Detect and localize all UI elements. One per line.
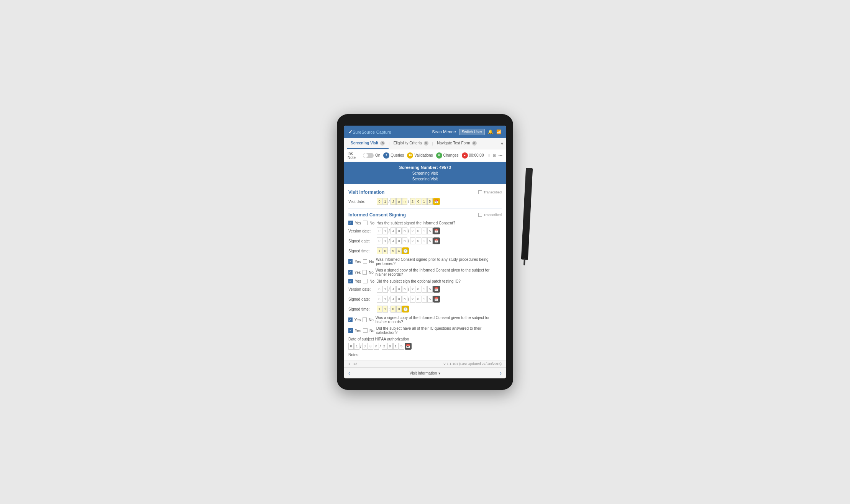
time-cell[interactable]: 5 [391,247,396,254]
date-cell[interactable]: u [396,296,402,303]
date-cell[interactable]: 2 [410,237,415,244]
date-cell[interactable]: 5 [427,286,433,293]
version-date2-input[interactable]: 0 1 / J u n / 2 0 1 5 📅 [377,286,440,293]
q2-no-checkbox[interactable] [363,259,367,264]
date-cell[interactable]: J [391,227,396,234]
date-cell[interactable]: u [396,227,402,234]
date-cell[interactable]: n [402,237,407,244]
hipaa-cell[interactable]: 5 [399,343,404,350]
nav-dropdown-icon[interactable]: ▾ [438,371,440,375]
signed-date2-input[interactable]: 0 1 / J u n / 2 0 1 5 📅 [377,296,440,303]
q6-yes-checkbox[interactable]: ✓ [348,328,353,333]
date-cell[interactable]: u [396,237,402,244]
q6-no-checkbox[interactable] [363,328,368,333]
calendar-button[interactable]: 📅 [433,296,440,303]
tab-close-eligibility[interactable]: ✕ [424,141,428,146]
date-cell[interactable]: u [396,286,402,293]
bell-icon[interactable]: 🔔 [488,129,493,134]
hipaa-cell[interactable]: 0 [348,343,354,350]
date-cell[interactable]: 1 [422,227,427,234]
time-cell[interactable]: 4 [396,247,402,254]
tabs-overflow-arrow[interactable]: ▾ [501,141,503,146]
clock-button-2[interactable]: 🕐 [402,306,409,313]
hipaa-cell[interactable]: J [362,343,368,350]
q3-yes-checkbox[interactable]: ✓ [348,270,353,275]
date-cell[interactable]: 1 [382,286,388,293]
date-cell[interactable]: 1 [382,227,388,234]
switch-user-button[interactable]: Switch User [459,129,485,135]
time-cell[interactable]: 0 [382,247,388,254]
signed-time2-input[interactable]: 1 1 : 0 0 🕐 [377,306,409,313]
time-cell[interactable]: 0 [396,306,402,313]
date-cell[interactable]: 0 [416,286,421,293]
date-cell[interactable]: 2 [410,198,415,205]
nav-section[interactable]: Visit Information ▾ [410,371,441,375]
date-cell[interactable]: 1 [382,296,388,303]
toggle-switch[interactable] [363,153,374,158]
calendar-button[interactable]: 📅 [433,286,440,293]
tab-navigate[interactable]: Navigate Test Form ✕ [433,138,481,149]
hipaa-cell[interactable]: n [374,343,379,350]
consent-transcribed-checkbox[interactable] [478,213,482,217]
calendar-button[interactable]: 📅 [433,227,440,234]
date-cell[interactable]: 1 [382,237,388,244]
date-cell[interactable]: 5 [427,237,433,244]
date-cell[interactable]: 1 [422,296,427,303]
date-cell[interactable]: 2 [410,227,415,234]
date-cell[interactable]: 5 [427,296,433,303]
date-cell[interactable]: J [391,198,396,205]
date-cell[interactable]: 0 [377,227,382,234]
date-cell[interactable]: 0 [416,227,421,234]
q4-yes-checkbox[interactable]: ✓ [348,279,353,283]
tab-close-navigate[interactable]: ✕ [472,141,477,146]
date-cell[interactable]: 0 [377,286,382,293]
date-cell[interactable]: 0 [377,296,382,303]
nav-next-button[interactable]: › [500,370,502,376]
calendar-button[interactable]: 📅 [433,237,440,244]
changes-item[interactable]: 8 Changes [436,152,459,159]
date-cell[interactable]: u [396,198,402,205]
q1-yes-checkbox[interactable]: ✓ [348,221,353,225]
date-cell[interactable]: 1 [422,237,427,244]
date-cell[interactable]: n [402,198,407,205]
tab-screening-visit[interactable]: Screening Visit ✕ [347,138,389,149]
tab-close-screening[interactable]: ✕ [380,141,385,146]
date-cell[interactable]: n [402,227,407,234]
date-cell[interactable]: 1 [422,198,427,205]
q1-no-checkbox[interactable] [363,221,368,225]
date-cell[interactable]: 0 [416,237,421,244]
grid-icon[interactable]: ⊞ [493,153,496,157]
validations-item[interactable]: 10 Validations [407,152,433,159]
tab-eligibility[interactable]: Eligibility Criteria ✕ [390,138,432,149]
date-cell[interactable]: 0 [377,198,382,205]
date-cell[interactable]: 0 [416,198,421,205]
date-cell[interactable]: 5 [427,198,433,205]
hipaa-cell[interactable]: 1 [393,343,399,350]
queries-item[interactable]: 2 Queries [383,152,404,159]
ink-note-toggle[interactable]: On [363,153,380,158]
date-cell[interactable]: 5 [427,227,433,234]
q5-yes-checkbox[interactable]: ✓ [348,317,353,322]
date-cell[interactable]: 1 [422,286,427,293]
date-cell[interactable]: 1 [382,198,388,205]
more-icon[interactable]: ••• [498,153,502,157]
q3-no-checkbox[interactable] [363,270,367,275]
date-cell[interactable]: J [391,286,396,293]
visit-date-input[interactable]: 0 1 / J u n / 2 0 1 5 📅 [377,198,440,205]
signed-date-input[interactable]: 0 1 / J u n / 2 0 1 5 📅 [377,237,440,244]
hipaa-cell[interactable]: 2 [382,343,387,350]
date-cell[interactable]: 2 [410,286,415,293]
hipaa-cell[interactable]: u [368,343,373,350]
time-cell[interactable]: 1 [377,306,382,313]
signed-time-input[interactable]: 1 0 : 5 4 🕐 [377,247,409,254]
calendar-button[interactable]: 📅 [405,343,412,350]
time-cell[interactable]: 1 [377,247,382,254]
hipaa-date-input[interactable]: 0 1 / J u n / 2 0 1 5 📅 [348,343,412,350]
date-cell[interactable]: n [402,296,407,303]
hipaa-cell[interactable]: 1 [354,343,359,350]
transcribed-checkbox[interactable] [478,190,482,194]
time-cell[interactable]: 1 [382,306,388,313]
pause-icon[interactable]: ⏸ [487,153,491,157]
date-cell[interactable]: J [391,296,396,303]
date-cell[interactable]: n [402,286,407,293]
